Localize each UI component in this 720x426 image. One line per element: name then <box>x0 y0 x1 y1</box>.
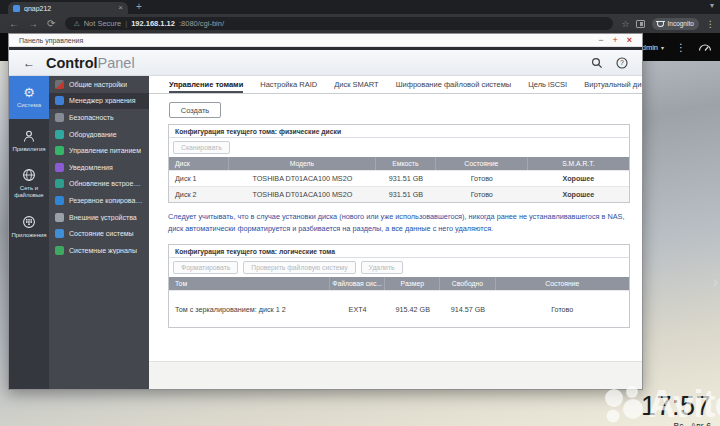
settings-menu: Общие настройки Менеджер хранения Безопа… <box>49 76 149 389</box>
firmware-update-icon <box>55 179 64 188</box>
tab-strip-chevron-icon[interactable]: ▾ <box>710 1 714 10</box>
format-button[interactable]: Форматировать <box>173 261 238 274</box>
browser-tab-strip: qnap212 × + ▾ <box>0 0 720 14</box>
url-path: :8080/cgi-bin/ <box>179 19 224 28</box>
tab-groups-icon[interactable] <box>636 20 645 28</box>
toolbar-right: ☆ Incognito ⋮ <box>621 18 714 30</box>
browser-toolbar: ← → ⟳ ⚠ Not Secure | 192.168.1.12 :8080/… <box>0 14 720 33</box>
cell-filesystem: EXT4 <box>330 291 385 327</box>
cell-smart-status: Хорошее <box>528 187 629 202</box>
desktop-clock: 17:57 Вс., Авг 6 <box>641 393 711 426</box>
menu-item-system-logs[interactable]: Системные журналы <box>49 242 149 259</box>
menu-item-general-settings[interactable]: Общие настройки <box>49 76 149 93</box>
menu-item-security[interactable]: Безопасность <box>49 109 149 126</box>
header-icons: ? <box>591 57 628 69</box>
maximize-icon[interactable]: + <box>612 36 617 45</box>
back-button[interactable]: ← <box>9 18 19 29</box>
cell-model: TOSHIBA DT01ACA100 MS2O <box>229 171 376 186</box>
col-state: Состояние <box>436 157 528 170</box>
cell-state: Готово <box>436 171 528 186</box>
hardware-icon <box>55 130 64 139</box>
back-arrow-icon[interactable]: ← <box>23 56 35 70</box>
cell-size: 915.42 GB <box>385 291 440 327</box>
control-panel-window: Панель управления − + × ← Control Panel … <box>8 33 643 390</box>
menu-item-notifications[interactable]: Уведомления <box>49 159 149 176</box>
menu-item-storage-manager[interactable]: Менеджер хранения <box>49 93 149 110</box>
url-divider: | <box>125 19 127 28</box>
panel-search-icon[interactable] <box>591 57 603 69</box>
col-size: Размер <box>385 277 440 290</box>
close-icon[interactable]: × <box>627 36 632 45</box>
tab-virtual-disk[interactable]: Виртуальный диск <box>584 80 642 93</box>
rail-item-network[interactable]: Сеть и файловые <box>9 162 49 205</box>
rail-item-system[interactable]: ⚙ Система <box>9 76 49 119</box>
minimize-icon[interactable]: − <box>598 36 603 45</box>
tab-disk-smart[interactable]: Диск SMART <box>334 80 379 93</box>
menu-item-system-status[interactable]: Состояние системы <box>49 225 149 242</box>
table-row[interactable]: Диск 1 TOSHIBA DT01ACA100 MS2O 931.51 GB… <box>169 170 629 186</box>
tab-volume-management[interactable]: Управление томами <box>169 80 243 93</box>
table-row[interactable]: Диск 2 TOSHIBA DT01ACA100 MS2O 931.51 GB… <box>169 186 629 202</box>
cell-state: Готово <box>496 291 629 327</box>
new-tab-button[interactable]: + <box>136 1 142 12</box>
external-devices-icon <box>55 213 64 222</box>
reload-button[interactable]: ⟳ <box>47 18 55 29</box>
content-footer-strip <box>149 361 642 389</box>
physical-panel-title: Конфигурация текущего тома: физические д… <box>169 125 629 138</box>
menu-item-hardware[interactable]: Оборудование <box>49 126 149 143</box>
rail-label: Сеть и файловые <box>9 185 49 199</box>
menu-item-power[interactable]: Управление питанием <box>49 142 149 159</box>
gear-icon: ⚙ <box>23 86 35 99</box>
menu-item-firmware-update[interactable]: Обновление встроенног... <box>49 176 149 193</box>
user-icon <box>22 129 36 143</box>
check-filesystem-button[interactable]: Проверить файловую систему <box>243 261 355 274</box>
rail-item-applications[interactable]: Приложения <box>9 205 49 248</box>
browser-menu-button[interactable]: ⋮ <box>706 19 715 29</box>
logical-table-header: Том Файловая сис... Размер Свободно Сост… <box>169 277 629 290</box>
logical-volumes-panel: Конфигурация текущего тома: логические т… <box>168 244 630 328</box>
col-state: Состояние <box>496 277 629 290</box>
storage-manager-icon <box>55 96 64 105</box>
bookmark-star-icon[interactable]: ☆ <box>621 19 629 29</box>
browser-tab[interactable]: qnap212 × <box>8 2 128 14</box>
forward-button[interactable]: → <box>28 18 38 29</box>
menu-item-external-devices[interactable]: Внешние устройства <box>49 209 149 226</box>
favicon <box>13 5 20 12</box>
cell-disk: Диск 1 <box>169 171 229 186</box>
col-smart: S.M.A.R.T. <box>528 157 629 170</box>
screen: qnap212 × + ▾ ← → ⟳ ⚠ Not Secure | 192.1… <box>0 0 720 426</box>
scan-button[interactable]: Сканировать <box>173 141 230 154</box>
menu-item-backup[interactable]: Резервное копировани... <box>49 192 149 209</box>
brand-panel: Panel <box>98 55 135 71</box>
tab-raid-settings[interactable]: Настройка RAID <box>260 80 317 93</box>
cell-capacity: 931.51 GB <box>376 187 436 202</box>
tab-close-icon[interactable]: × <box>118 4 123 12</box>
content-pane: Управление томами Настройка RAID Диск SM… <box>149 76 642 389</box>
control-panel-header: ← Control Panel ? <box>9 50 642 76</box>
content-tabs: Управление томами Настройка RAID Диск SM… <box>149 76 642 94</box>
desktop-chevron-icon[interactable]: › <box>713 273 718 291</box>
tab-filesystem-encryption[interactable]: Шифрование файловой системы <box>396 80 512 93</box>
rail-item-privilege[interactable]: Привилегия <box>9 119 49 162</box>
category-rail: ⚙ Система Привилегия Сеть и файловые При… <box>9 76 49 389</box>
backup-icon <box>55 196 64 205</box>
address-bar[interactable]: ⚠ Not Secure | 192.168.1.12 :8080/cgi-bi… <box>65 17 613 30</box>
rail-label: Приложения <box>11 232 46 239</box>
create-button[interactable]: Создать <box>169 102 221 118</box>
globe-icon <box>22 168 36 182</box>
clock-date: Вс., Авг 6 <box>641 421 711 426</box>
table-row[interactable]: Том с зеркалированием: диск 1 2 EXT4 915… <box>169 290 629 327</box>
clock-time: 17:57 <box>641 393 711 420</box>
disk-format-warning: Следует учитывать, что в случае установк… <box>168 211 630 235</box>
help-icon[interactable]: ? <box>616 57 628 69</box>
dashboard-gauge-icon[interactable] <box>698 41 712 54</box>
rail-label: Привилегия <box>12 146 45 153</box>
chevron-down-icon: ▾ <box>661 44 664 51</box>
col-free: Свободно <box>440 277 495 290</box>
cell-disk: Диск 2 <box>169 187 229 202</box>
taskbar-more-icon[interactable]: ⋮ <box>676 42 686 53</box>
delete-button[interactable]: Удалить <box>361 261 403 274</box>
tab-iscsi-target[interactable]: Цель iSCSI <box>528 80 567 93</box>
window-titlebar[interactable]: Панель управления − + × <box>9 34 642 47</box>
col-disk: Диск <box>169 157 229 170</box>
